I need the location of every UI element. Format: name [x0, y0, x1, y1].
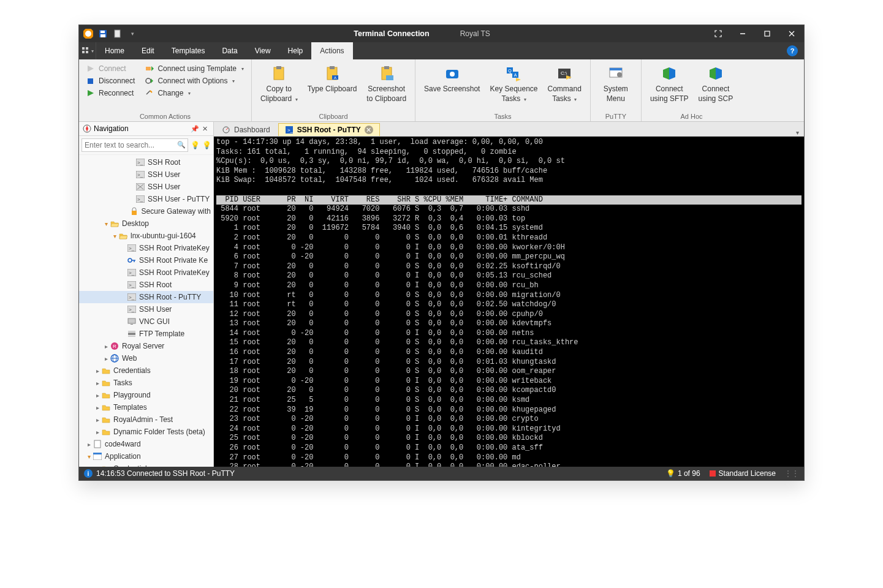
svg-point-30 — [450, 72, 455, 77]
tree-item[interactable]: ▸Credentials — [79, 364, 213, 377]
menu-view[interactable]: View — [246, 42, 279, 59]
tree-item[interactable]: FTP Template — [79, 328, 213, 340]
tab-dashboard[interactable]: Dashboard — [215, 123, 277, 136]
tree-item[interactable]: SSH User — [79, 181, 213, 193]
bulb-solid-icon[interactable]: 💡 — [191, 141, 200, 149]
status-license[interactable]: Standard License — [709, 469, 776, 478]
svg-rect-10 — [86, 47, 88, 50]
menu-help[interactable]: Help — [279, 42, 312, 59]
svg-marker-13 — [88, 66, 94, 72]
copy-to-clipboard-button[interactable]: Copy to Clipboard ▾ — [256, 62, 303, 104]
disconnect-button[interactable]: Disconnect — [83, 75, 138, 86]
tree-item[interactable]: ▸Playground — [79, 389, 213, 401]
svg-rect-71 — [128, 318, 135, 323]
tree-item[interactable]: ▸code4ward — [79, 438, 213, 450]
resize-grip[interactable]: ⋮⋮ — [784, 469, 799, 478]
tree-item[interactable]: ▸Web — [79, 352, 213, 364]
system-menu-button[interactable]: System Menu — [594, 62, 637, 104]
collapse-ribbon-button[interactable]: ▾ — [791, 129, 804, 136]
search-input[interactable] — [81, 138, 188, 152]
tree-item[interactable]: Credentials — [79, 462, 213, 467]
qat-dropdown[interactable]: ▾ — [127, 28, 138, 39]
svg-text:C:\: C:\ — [561, 70, 567, 76]
svg-point-60 — [128, 258, 132, 262]
svg-marker-45 — [716, 67, 722, 80]
tree-item[interactable]: ▾lnx-ubuntu-gui-1604 — [79, 230, 213, 242]
close-panel-button[interactable]: ✕ — [200, 125, 210, 133]
close-button[interactable] — [779, 25, 804, 42]
screenshot-to-clipboard-button[interactable]: Screenshot to Clipboard — [362, 62, 411, 104]
tab-ssh-root-putty[interactable]: >_ SSH Root - PuTTY ✕ — [278, 123, 380, 136]
tree-item[interactable]: ▸RoyalAdmin - Test — [79, 413, 213, 426]
tree-item[interactable]: ▸Templates — [79, 401, 213, 413]
menu-data[interactable]: Data — [213, 42, 246, 59]
svg-marker-19 — [151, 78, 153, 83]
svg-rect-40 — [610, 68, 622, 70]
tree-item[interactable]: >_SSH Root - PuTTY — [79, 291, 213, 303]
type-clipboard-button[interactable]: AType Clipboard — [303, 62, 362, 94]
tree-item[interactable]: ▾Desktop — [79, 217, 213, 230]
tree-item[interactable]: ▸RRoyal Server — [79, 340, 213, 352]
tree-item[interactable]: >_SSH Root — [79, 156, 213, 168]
tree-item[interactable]: ▸Dynamic Folder Tests (beta) — [79, 426, 213, 438]
tree[interactable]: >_SSH Root>_SSH UserSSH User>_SSH User -… — [79, 155, 213, 467]
svg-text:>_: >_ — [129, 246, 135, 251]
tree-item[interactable]: VNC GUI — [79, 315, 213, 328]
reconnect-button[interactable]: Reconnect — [83, 88, 138, 99]
tree-item[interactable]: ▸Tasks — [79, 377, 213, 389]
svg-line-85 — [226, 128, 228, 130]
svg-rect-74 — [128, 331, 135, 332]
tree-item[interactable]: >_SSH User — [79, 168, 213, 181]
connect-template-button[interactable]: Connect using Template▾ — [142, 63, 248, 74]
svg-rect-11 — [82, 51, 85, 53]
svg-rect-2 — [100, 31, 105, 33]
tree-item[interactable]: >_SSH User - PuTTY — [79, 193, 213, 205]
change-button[interactable]: Change▾ — [142, 88, 248, 99]
app-logo-icon — [83, 28, 94, 39]
connect-button[interactable]: Connect — [83, 63, 138, 74]
terminal[interactable]: top - 14:17:30 up 14 days, 23:38, 1 user… — [214, 137, 804, 467]
command-tasks-button[interactable]: C:\Command Tasks ▾ — [543, 62, 586, 104]
file-menu[interactable]: ▾ — [79, 42, 96, 59]
pin-icon[interactable]: 📌 — [190, 125, 200, 133]
connect-options-button[interactable]: Connect with Options▾ — [142, 75, 248, 86]
tree-item[interactable]: >_SSH Root PrivateKey — [79, 242, 213, 254]
tree-item[interactable]: >_SSH Root PrivateKey — [79, 266, 213, 279]
connect-scp-button[interactable]: Connect using SCP — [694, 62, 738, 104]
search-icon[interactable]: 🔍 — [177, 141, 186, 149]
bulb-outline-icon[interactable]: 💡 — [202, 141, 211, 149]
status-count[interactable]: 💡1 of 96 — [666, 469, 700, 478]
svg-rect-21 — [276, 66, 281, 69]
tree-item[interactable]: SSH Root Private Ke — [79, 254, 213, 266]
titlebar: ▾ Terminal Connection Royal TS — [79, 25, 804, 42]
svg-text:>_: >_ — [129, 282, 135, 288]
tree-item[interactable]: >_SSH Root — [79, 279, 213, 291]
focus-mode-icon[interactable] — [706, 25, 730, 42]
svg-rect-14 — [88, 78, 93, 84]
connect-sftp-button[interactable]: Connect using SFTP — [645, 62, 694, 104]
svg-point-41 — [617, 72, 622, 77]
menu-actions[interactable]: Actions — [311, 42, 352, 59]
save-screenshot-button[interactable]: Save Screenshot — [419, 62, 485, 94]
svg-text:>_: >_ — [137, 160, 143, 165]
tree-item[interactable]: ▾Application — [79, 450, 213, 462]
svg-marker-44 — [710, 67, 716, 80]
svg-text:A: A — [514, 73, 517, 77]
help-icon[interactable]: ? — [787, 45, 798, 56]
app-name: Royal TS — [460, 29, 490, 38]
dashboard-icon — [222, 126, 230, 134]
minimize-button[interactable] — [730, 25, 755, 42]
new-doc-icon[interactable] — [112, 28, 123, 39]
svg-rect-81 — [94, 440, 100, 448]
menu-edit[interactable]: Edit — [133, 42, 163, 59]
maximize-button[interactable] — [755, 25, 779, 42]
window-title: Terminal Connection — [354, 29, 429, 38]
close-tab-button[interactable]: ✕ — [365, 126, 373, 134]
statusbar: i 14:16:53 Connected to SSH Root - PuTTY… — [79, 467, 804, 480]
tree-item[interactable]: Secure Gateway with — [79, 205, 213, 217]
key-sequence-button[interactable]: QAKey Sequence Tasks ▾ — [485, 62, 542, 104]
tree-item[interactable]: >_SSH User — [79, 303, 213, 315]
save-icon[interactable] — [97, 28, 108, 39]
menu-templates[interactable]: Templates — [163, 42, 214, 59]
menu-home[interactable]: Home — [96, 42, 133, 59]
